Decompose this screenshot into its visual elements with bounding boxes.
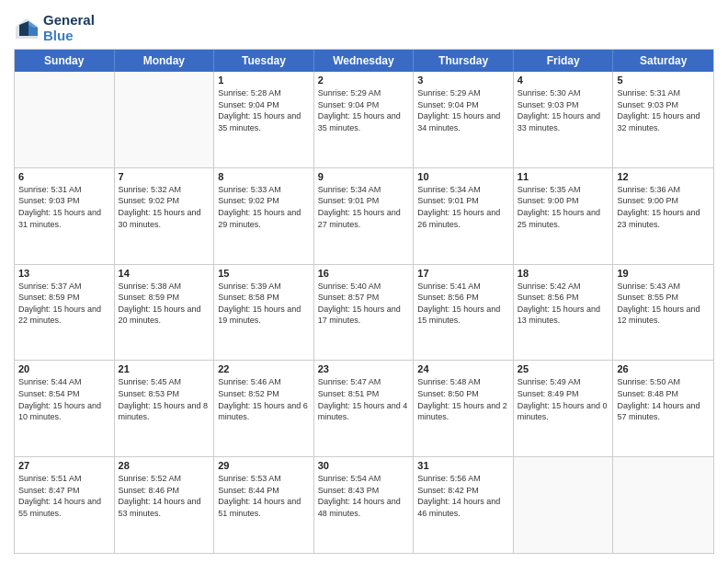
day-cell: 29Sunrise: 5:53 AM Sunset: 8:44 PM Dayli… xyxy=(214,457,314,553)
day-number: 10 xyxy=(417,171,509,182)
day-header: Monday xyxy=(115,50,215,72)
day-cell xyxy=(613,457,713,553)
day-info: Sunrise: 5:34 AM Sunset: 9:01 PM Dayligh… xyxy=(318,184,410,230)
day-cell: 26Sunrise: 5:50 AM Sunset: 8:48 PM Dayli… xyxy=(613,361,713,456)
day-cell: 23Sunrise: 5:47 AM Sunset: 8:51 PM Dayli… xyxy=(314,361,415,456)
day-number: 13 xyxy=(18,268,110,279)
day-info: Sunrise: 5:52 AM Sunset: 8:46 PM Dayligh… xyxy=(119,473,210,519)
day-number: 11 xyxy=(518,171,609,182)
day-number: 2 xyxy=(318,75,410,86)
day-cell: 14Sunrise: 5:38 AM Sunset: 8:59 PM Dayli… xyxy=(115,265,215,361)
day-cell: 5Sunrise: 5:31 AM Sunset: 9:03 PM Daylig… xyxy=(613,72,713,167)
day-number: 16 xyxy=(318,268,410,279)
day-info: Sunrise: 5:42 AM Sunset: 8:56 PM Dayligh… xyxy=(518,281,609,327)
day-cell: 27Sunrise: 5:51 AM Sunset: 8:47 PM Dayli… xyxy=(15,457,115,553)
day-cell: 16Sunrise: 5:40 AM Sunset: 8:57 PM Dayli… xyxy=(314,265,415,361)
day-cell: 25Sunrise: 5:49 AM Sunset: 8:49 PM Dayli… xyxy=(514,361,614,456)
day-cell: 28Sunrise: 5:52 AM Sunset: 8:46 PM Dayli… xyxy=(115,457,215,553)
day-cell: 2Sunrise: 5:29 AM Sunset: 9:04 PM Daylig… xyxy=(314,72,415,167)
day-cell: 8Sunrise: 5:33 AM Sunset: 9:02 PM Daylig… xyxy=(214,168,314,264)
calendar: SundayMondayTuesdayWednesdayThursdayFrid… xyxy=(14,49,714,554)
day-info: Sunrise: 5:36 AM Sunset: 9:00 PM Dayligh… xyxy=(617,184,710,230)
day-info: Sunrise: 5:46 AM Sunset: 8:52 PM Dayligh… xyxy=(218,376,310,422)
day-number: 20 xyxy=(18,363,110,374)
day-number: 14 xyxy=(119,268,210,279)
calendar-body: 1Sunrise: 5:28 AM Sunset: 9:04 PM Daylig… xyxy=(15,72,713,553)
day-info: Sunrise: 5:45 AM Sunset: 8:53 PM Dayligh… xyxy=(119,376,210,422)
day-number: 18 xyxy=(518,268,609,279)
day-info: Sunrise: 5:28 AM Sunset: 9:04 PM Dayligh… xyxy=(218,87,310,133)
day-cell: 31Sunrise: 5:56 AM Sunset: 8:42 PM Dayli… xyxy=(414,457,514,553)
day-number: 26 xyxy=(617,363,710,374)
day-number: 6 xyxy=(18,171,110,182)
day-info: Sunrise: 5:39 AM Sunset: 8:58 PM Dayligh… xyxy=(218,281,310,327)
day-cell: 20Sunrise: 5:44 AM Sunset: 8:54 PM Dayli… xyxy=(15,361,115,456)
day-cell: 11Sunrise: 5:35 AM Sunset: 9:00 PM Dayli… xyxy=(514,168,614,264)
day-info: Sunrise: 5:34 AM Sunset: 9:01 PM Dayligh… xyxy=(417,184,509,230)
week-row: 27Sunrise: 5:51 AM Sunset: 8:47 PM Dayli… xyxy=(15,457,713,553)
day-info: Sunrise: 5:56 AM Sunset: 8:42 PM Dayligh… xyxy=(417,473,509,519)
day-cell: 21Sunrise: 5:45 AM Sunset: 8:53 PM Dayli… xyxy=(115,361,215,456)
day-info: Sunrise: 5:38 AM Sunset: 8:59 PM Dayligh… xyxy=(119,281,210,327)
page: General Blue SundayMondayTuesdayWednesda… xyxy=(0,0,728,563)
day-number: 15 xyxy=(218,268,310,279)
day-number: 5 xyxy=(617,75,710,86)
day-cell: 30Sunrise: 5:54 AM Sunset: 8:43 PM Dayli… xyxy=(314,457,415,553)
day-number: 8 xyxy=(218,171,310,182)
day-info: Sunrise: 5:31 AM Sunset: 9:03 PM Dayligh… xyxy=(18,184,110,230)
day-cell: 6Sunrise: 5:31 AM Sunset: 9:03 PM Daylig… xyxy=(15,168,115,264)
day-cell xyxy=(115,72,215,167)
day-number: 24 xyxy=(417,363,509,374)
day-number: 4 xyxy=(518,75,609,86)
day-info: Sunrise: 5:37 AM Sunset: 8:59 PM Dayligh… xyxy=(18,281,110,327)
day-cell: 24Sunrise: 5:48 AM Sunset: 8:50 PM Dayli… xyxy=(414,361,514,456)
day-header: Tuesday xyxy=(214,50,314,72)
logo-icon xyxy=(14,16,40,41)
day-cell: 17Sunrise: 5:41 AM Sunset: 8:56 PM Dayli… xyxy=(414,265,514,361)
day-info: Sunrise: 5:44 AM Sunset: 8:54 PM Dayligh… xyxy=(18,376,110,422)
day-number: 28 xyxy=(119,460,210,471)
day-info: Sunrise: 5:41 AM Sunset: 8:56 PM Dayligh… xyxy=(417,281,509,327)
day-info: Sunrise: 5:35 AM Sunset: 9:00 PM Dayligh… xyxy=(518,184,609,230)
day-cell: 1Sunrise: 5:28 AM Sunset: 9:04 PM Daylig… xyxy=(214,72,314,167)
day-cell: 12Sunrise: 5:36 AM Sunset: 9:00 PM Dayli… xyxy=(613,168,713,264)
day-cell: 9Sunrise: 5:34 AM Sunset: 9:01 PM Daylig… xyxy=(314,168,415,264)
day-header: Sunday xyxy=(15,50,115,72)
day-info: Sunrise: 5:48 AM Sunset: 8:50 PM Dayligh… xyxy=(417,376,509,422)
day-cell: 19Sunrise: 5:43 AM Sunset: 8:55 PM Dayli… xyxy=(613,265,713,361)
day-number: 31 xyxy=(417,460,509,471)
day-info: Sunrise: 5:49 AM Sunset: 8:49 PM Dayligh… xyxy=(518,376,609,422)
day-info: Sunrise: 5:43 AM Sunset: 8:55 PM Dayligh… xyxy=(617,281,710,327)
day-info: Sunrise: 5:29 AM Sunset: 9:04 PM Dayligh… xyxy=(417,87,509,133)
day-number: 9 xyxy=(318,171,410,182)
week-row: 13Sunrise: 5:37 AM Sunset: 8:59 PM Dayli… xyxy=(15,265,713,362)
day-info: Sunrise: 5:32 AM Sunset: 9:02 PM Dayligh… xyxy=(119,184,210,230)
day-cell: 15Sunrise: 5:39 AM Sunset: 8:58 PM Dayli… xyxy=(214,265,314,361)
day-number: 29 xyxy=(218,460,310,471)
day-info: Sunrise: 5:53 AM Sunset: 8:44 PM Dayligh… xyxy=(218,473,310,519)
day-info: Sunrise: 5:33 AM Sunset: 9:02 PM Dayligh… xyxy=(218,184,310,230)
header: General Blue xyxy=(14,9,714,43)
day-cell: 13Sunrise: 5:37 AM Sunset: 8:59 PM Dayli… xyxy=(15,265,115,361)
week-row: 20Sunrise: 5:44 AM Sunset: 8:54 PM Dayli… xyxy=(15,361,713,457)
day-number: 1 xyxy=(218,75,310,86)
day-cell xyxy=(514,457,614,553)
week-row: 1Sunrise: 5:28 AM Sunset: 9:04 PM Daylig… xyxy=(15,72,713,168)
day-info: Sunrise: 5:29 AM Sunset: 9:04 PM Dayligh… xyxy=(318,87,410,133)
logo: General Blue xyxy=(14,13,95,43)
day-cell: 18Sunrise: 5:42 AM Sunset: 8:56 PM Dayli… xyxy=(514,265,614,361)
day-info: Sunrise: 5:51 AM Sunset: 8:47 PM Dayligh… xyxy=(18,473,110,519)
week-row: 6Sunrise: 5:31 AM Sunset: 9:03 PM Daylig… xyxy=(15,168,713,265)
day-cell: 4Sunrise: 5:30 AM Sunset: 9:03 PM Daylig… xyxy=(514,72,614,167)
day-number: 22 xyxy=(218,363,310,374)
day-cell xyxy=(15,72,115,167)
day-header: Thursday xyxy=(414,50,514,72)
day-number: 3 xyxy=(417,75,509,86)
day-header: Wednesday xyxy=(314,50,415,72)
day-info: Sunrise: 5:50 AM Sunset: 8:48 PM Dayligh… xyxy=(617,376,710,422)
day-number: 12 xyxy=(617,171,710,182)
day-cell: 7Sunrise: 5:32 AM Sunset: 9:02 PM Daylig… xyxy=(115,168,215,264)
day-number: 21 xyxy=(119,363,210,374)
day-cell: 22Sunrise: 5:46 AM Sunset: 8:52 PM Dayli… xyxy=(214,361,314,456)
day-number: 30 xyxy=(318,460,410,471)
